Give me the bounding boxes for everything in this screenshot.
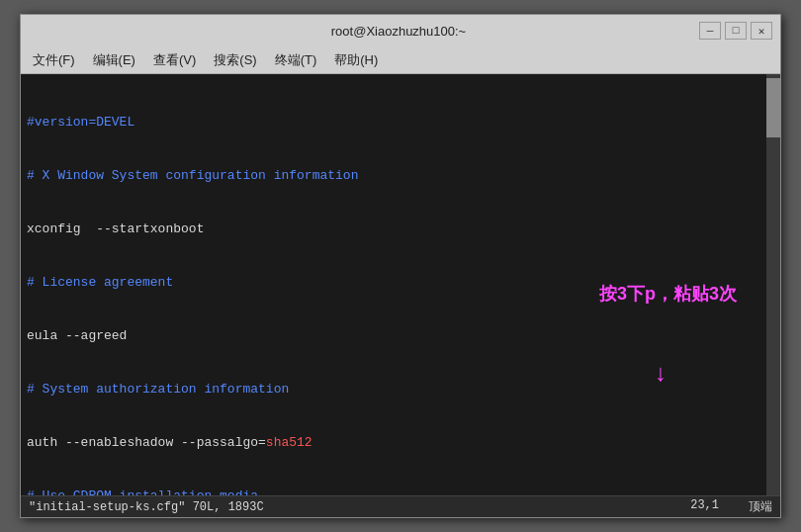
window-title: root@Xiaozhuzhu100:~ xyxy=(98,24,699,39)
scroll-thumb[interactable] xyxy=(766,78,780,137)
line-1: #version=DEVEL xyxy=(27,114,760,132)
scrollbar[interactable] xyxy=(766,74,780,495)
file-info: "initial-setup-ks.cfg" 70L, 1893C xyxy=(29,500,264,514)
statusbar: "initial-setup-ks.cfg" 70L, 1893C 23,1 顶… xyxy=(21,495,780,517)
titlebar: root@Xiaozhuzhu100:~ — □ ✕ xyxy=(21,15,780,46)
code-lines: #version=DEVEL # X Window System configu… xyxy=(27,78,760,495)
line-3: xconfig --startxonboot xyxy=(27,221,760,238)
menu-help[interactable]: 帮助(H) xyxy=(326,49,386,71)
menu-view[interactable]: 查看(V) xyxy=(145,49,204,71)
line-2: # X Window System configuration informat… xyxy=(27,167,760,185)
window-controls: — □ ✕ xyxy=(699,22,772,40)
menu-terminal[interactable]: 终端(T) xyxy=(267,49,325,71)
line-7: auth --enableshadow --passalgo=sha512 xyxy=(27,434,760,452)
cursor-position: 23,1 xyxy=(690,498,719,515)
line-8: # Use CDROM installation media xyxy=(27,488,760,495)
content-area: #version=DEVEL # X Window System configu… xyxy=(21,74,780,495)
menu-search[interactable]: 搜索(S) xyxy=(206,49,264,71)
minimize-button[interactable]: — xyxy=(699,22,721,40)
menubar: 文件(F) 编辑(E) 查看(V) 搜索(S) 终端(T) 帮助(H) xyxy=(21,46,780,74)
line-5: eula --agreed xyxy=(27,327,760,345)
maximize-button[interactable]: □ xyxy=(725,22,747,40)
close-button[interactable]: ✕ xyxy=(751,22,772,40)
terminal-window: root@Xiaozhuzhu100:~ — □ ✕ 文件(F) 编辑(E) 查… xyxy=(20,14,781,518)
menu-file[interactable]: 文件(F) xyxy=(25,49,83,71)
scroll-position: 顶端 xyxy=(749,498,772,515)
line-6: # System authorization information xyxy=(27,381,760,399)
editor-area[interactable]: #version=DEVEL # X Window System configu… xyxy=(21,74,766,495)
line-4: # License agreement xyxy=(27,274,760,292)
menu-edit[interactable]: 编辑(E) xyxy=(85,49,143,71)
